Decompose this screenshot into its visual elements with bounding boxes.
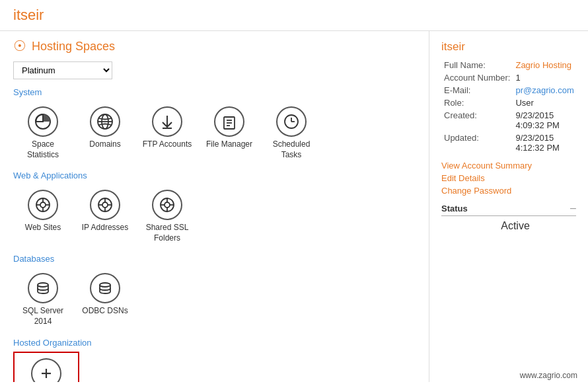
view-account-summary-link[interactable]: View Account Summary: [441, 161, 576, 171]
section-databases: Databases: [13, 254, 416, 264]
hosted-org-icons-grid: Create Organization: [13, 352, 416, 382]
web-sites-icon: [28, 190, 58, 220]
hosting-spaces-header: ☉ Hosting Spaces: [13, 38, 416, 55]
email-label: E-Mail:: [441, 84, 513, 96]
info-row-email: E-Mail: pr@zagrio.com: [441, 84, 577, 96]
info-row-account: Account Number: 1: [441, 71, 577, 84]
web-sites-label: Web Sites: [25, 223, 61, 233]
created-value: 9/23/2015 4:09:32 PM: [513, 109, 576, 132]
main-layout: ☉ Hosting Spaces Platinum Gold Silver Sy…: [0, 31, 588, 382]
scheduled-tasks-icon: [276, 106, 307, 137]
scheduled-tasks-label: Scheduled Tasks: [264, 139, 318, 160]
footer-text: www.zagrio.com: [520, 371, 577, 380]
domains-icon: [90, 106, 120, 137]
create-org-icon: [31, 358, 61, 382]
odbc-dsns-label: ODBC DSNs: [82, 306, 128, 317]
hosting-spaces-icon: ☉: [13, 38, 26, 55]
svg-point-32: [100, 283, 110, 287]
right-panel: itseir Full Name: Zagrio Hosting Account…: [429, 31, 588, 382]
databases-icons-grid: SQL Server 2014 ODBC DSNs: [13, 268, 416, 332]
info-row-created: Created: 9/23/2015 4:09:32 PM: [441, 109, 577, 132]
sql-server-label: SQL Server 2014: [16, 306, 70, 326]
hosting-space-dropdown-row: Platinum Gold Silver: [13, 61, 416, 79]
icon-file-manager[interactable]: File Manager: [200, 101, 259, 165]
icon-domains[interactable]: Domains: [75, 101, 135, 165]
right-username: itseir: [441, 40, 576, 54]
svg-point-20: [102, 202, 108, 208]
fullname-value: Zagrio Hosting: [513, 59, 576, 71]
footer: www.zagrio.com: [520, 371, 577, 380]
role-label: Role:: [441, 96, 513, 109]
space-statistics-icon: [28, 106, 58, 137]
icon-ftp-accounts[interactable]: FTP Accounts: [137, 101, 197, 165]
odbc-dsns-icon: [90, 273, 120, 303]
section-hosted-org: Hosted Organization: [13, 338, 416, 348]
shared-ssl-label: Shared SSL Folders: [140, 223, 194, 243]
file-manager-label: File Manager: [206, 139, 252, 150]
icon-scheduled-tasks[interactable]: Scheduled Tasks: [262, 101, 321, 165]
icon-shared-ssl[interactable]: Shared SSL Folders: [137, 184, 197, 249]
status-dash: –: [570, 202, 576, 214]
svg-point-26: [165, 202, 170, 208]
file-manager-icon: [214, 106, 244, 137]
info-row-updated: Updated: 9/23/2015 4:12:32 PM: [441, 132, 577, 154]
status-row: Status –: [441, 202, 576, 216]
app-title: itseir: [13, 7, 44, 23]
updated-label: Updated:: [441, 132, 513, 154]
account-label: Account Number:: [441, 71, 513, 84]
left-panel: ☉ Hosting Spaces Platinum Gold Silver Sy…: [0, 31, 429, 382]
edit-details-link[interactable]: Edit Details: [441, 173, 576, 183]
info-row-fullname: Full Name: Zagrio Hosting: [441, 59, 577, 71]
ftp-accounts-label: FTP Accounts: [143, 139, 192, 150]
updated-value: 9/23/2015 4:12:32 PM: [513, 132, 576, 154]
email-value[interactable]: pr@zagrio.com: [513, 84, 576, 96]
icon-odbc-dsns[interactable]: ODBC DSNs: [75, 268, 135, 332]
icon-sql-server[interactable]: SQL Server 2014: [13, 268, 73, 332]
sql-server-icon: [28, 273, 58, 303]
domains-label: Domains: [89, 139, 120, 150]
info-row-role: Role: User: [441, 96, 577, 109]
section-web-apps: Web & Applications: [13, 171, 416, 180]
role-value: User: [513, 96, 576, 109]
status-value: Active: [441, 220, 576, 232]
space-statistics-label: Space Statistics: [16, 139, 70, 160]
created-label: Created:: [441, 109, 513, 132]
shared-ssl-icon: [152, 190, 182, 220]
icon-space-statistics[interactable]: Space Statistics: [13, 101, 73, 165]
section-system: System: [13, 87, 416, 97]
web-apps-icons-grid: Web Sites IP Addresses: [13, 184, 416, 249]
ftp-accounts-icon: [152, 106, 182, 137]
ip-addresses-label: IP Addresses: [82, 223, 129, 233]
status-label: Status: [441, 204, 570, 213]
user-info-table: Full Name: Zagrio Hosting Account Number…: [441, 59, 577, 154]
account-value: 1: [513, 71, 576, 84]
hosting-space-dropdown[interactable]: Platinum Gold Silver: [13, 61, 112, 79]
header: itseir: [0, 0, 588, 31]
ip-addresses-icon: [90, 190, 120, 220]
change-password-link[interactable]: Change Password: [441, 186, 576, 196]
icon-ip-addresses[interactable]: IP Addresses: [75, 184, 135, 249]
create-organization-button[interactable]: Create Organization: [13, 352, 79, 382]
fullname-label: Full Name:: [441, 59, 513, 71]
icon-web-sites[interactable]: Web Sites: [13, 184, 73, 249]
hosting-spaces-title: Hosting Spaces: [32, 40, 115, 54]
svg-point-14: [40, 202, 46, 208]
system-icons-grid: Space Statistics Domains: [13, 101, 416, 165]
svg-point-31: [38, 283, 48, 287]
